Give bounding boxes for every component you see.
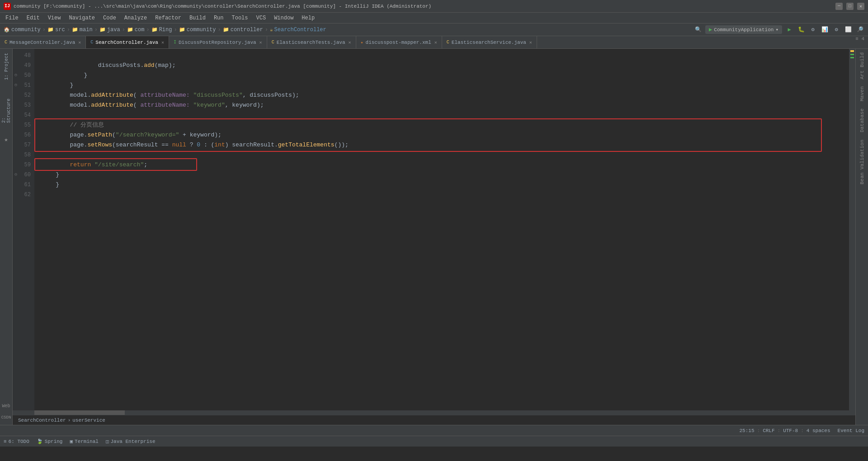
search-button[interactable]: 🔍 <box>693 25 703 34</box>
run-button[interactable]: ▶ <box>785 25 794 34</box>
search-everywhere-button[interactable]: 🔎 <box>855 25 864 34</box>
h-scrollbar[interactable] <box>13 410 855 415</box>
tab-discusspostrepository[interactable]: I DiscussPostRepository.java ✕ <box>169 36 267 48</box>
gutter-fold-51[interactable]: ⊖ <box>14 80 17 90</box>
tab-close-searchcontroller[interactable]: ✕ <box>161 40 164 45</box>
menu-tools[interactable]: Tools <box>228 14 252 22</box>
nav-bar: 🏠 community › 📁 src › 📁 main › 📁 java › … <box>0 24 868 36</box>
toolbar-terminal[interactable]: ▣ Terminal <box>70 438 98 444</box>
line-num-57: 57 <box>13 140 31 150</box>
nav-item-community2[interactable]: 📁 community <box>179 27 216 33</box>
sidebar-item-structure[interactable]: 2: Structure <box>1 92 11 124</box>
profile-button[interactable]: 📊 <box>820 25 829 34</box>
status-crlf[interactable]: CRLF <box>763 428 774 433</box>
coverage-button[interactable]: ⚙ <box>808 25 817 34</box>
breadcrumb-class[interactable]: SearchController <box>18 418 66 423</box>
status-sep3: : <box>801 428 804 433</box>
main-area: 1: Project 2: Structure ★ Web CSDN 48 49… <box>0 49 868 425</box>
nav-item-src[interactable]: 📁 src <box>47 27 65 33</box>
maximize-editor-button[interactable]: ⬜ <box>844 25 853 34</box>
tab-close-discusspostmapper[interactable]: ✕ <box>434 40 437 45</box>
menu-file[interactable]: File <box>2 14 22 22</box>
tab-icon-searchcontroller: C <box>90 40 93 45</box>
sidebar-item-web[interactable]: Web <box>1 400 12 411</box>
tab-elasticsearchservice[interactable]: C ElasticsearchService.java ✕ <box>442 36 537 48</box>
nav-item-java[interactable]: 📁 java <box>99 27 120 33</box>
javaenterprise-label: Java Enterprise <box>111 439 156 444</box>
tab-elasticsearchtests[interactable]: C ElasticsearchTests.java ✕ <box>267 36 356 48</box>
menu-code[interactable]: Code <box>99 14 120 22</box>
run-config-dropdown-icon: ▾ <box>775 27 778 33</box>
maximize-button[interactable]: □ <box>846 3 854 10</box>
nav-item-searchcontroller[interactable]: ☕ SearchController <box>270 27 326 33</box>
nav-item-com[interactable]: 📁 com <box>127 27 145 33</box>
sidebar-item-favorites[interactable]: ★ <box>1 134 12 145</box>
settings-button[interactable]: ⚙ <box>832 25 841 34</box>
breadcrumb-method[interactable]: userService <box>72 418 105 423</box>
tab-close-messagecontroller[interactable]: ✕ <box>78 40 81 45</box>
tab-close-elasticsearchtests[interactable]: ✕ <box>348 40 351 45</box>
nav-item-ring[interactable]: 📁 Ring <box>151 27 172 33</box>
right-panel-artbuild[interactable]: Art Build <box>859 51 865 81</box>
nav-item-community[interactable]: 🏠 community <box>4 27 41 33</box>
right-panel-maven[interactable]: Maven <box>859 85 865 103</box>
tab-icon-messagecontroller: C <box>5 40 7 45</box>
event-log-button[interactable]: Event Log <box>838 428 864 433</box>
gutter-fold-50[interactable]: ⊖ <box>14 71 17 80</box>
tab-overflow-counter[interactable]: ≡ 4 <box>852 36 868 48</box>
menu-window[interactable]: Window <box>270 14 297 22</box>
folder-icon-src: 📁 <box>47 27 54 33</box>
menu-view[interactable]: View <box>44 14 65 22</box>
nav-sep-7: › <box>218 27 221 33</box>
nav-label-controller: controller <box>231 27 263 33</box>
tab-messagecontroller[interactable]: C MessageController.java ✕ <box>0 36 86 48</box>
tab-close-discusspostrepository[interactable]: ✕ <box>259 40 262 45</box>
close-button[interactable]: ✕ <box>857 3 864 10</box>
menu-navigate[interactable]: Navigate <box>65 14 99 22</box>
left-sidebar: 1: Project 2: Structure ★ Web CSDN <box>0 49 13 425</box>
nav-item-main[interactable]: 📁 main <box>72 27 93 33</box>
run-config-selector[interactable]: ▶ CommunityApplication ▾ <box>705 25 782 34</box>
status-encoding[interactable]: UTF-8 <box>783 428 798 433</box>
sidebar-item-csdn[interactable]: CSDN <box>1 412 12 423</box>
gutter-fold-60[interactable]: ⊖ <box>14 170 17 180</box>
menu-vcs[interactable]: VCS <box>253 14 270 22</box>
editor-breadcrumb: SearchController › userService <box>13 415 855 425</box>
menu-help[interactable]: Help <box>298 14 318 22</box>
debug-button[interactable]: 🐛 <box>797 25 806 34</box>
tab-discusspostmapper[interactable]: ✦ discusspost-mapper.xml ✕ <box>356 36 442 48</box>
menu-analyze[interactable]: Analyze <box>121 14 151 22</box>
status-indent[interactable]: 4 spaces <box>807 428 830 433</box>
right-panel-beanvalidation[interactable]: Bean Validation <box>859 138 865 186</box>
code-line-50: } <box>42 71 849 80</box>
toolbar-todo[interactable]: ≡ 6: TODO <box>4 439 29 444</box>
right-gutter[interactable] <box>849 49 855 410</box>
nav-right-actions: 🔍 ▶ CommunityApplication ▾ ▶ 🐛 ⚙ 📊 ⚙ ⬜ 🔎 <box>693 25 864 34</box>
status-line-col: 25:15 <box>740 428 755 433</box>
tab-searchcontroller[interactable]: C SearchController.java ✕ <box>86 36 169 48</box>
toolbar-javaenterprise[interactable]: ◫ Java Enterprise <box>106 438 156 444</box>
right-panel-database[interactable]: Database <box>859 107 865 134</box>
sidebar-item-project[interactable]: 1: Project <box>1 51 11 82</box>
tab-icon-discusspostrepository: I <box>174 40 176 45</box>
code-content[interactable]: discussPosts.add(map); } } model.addAttr… <box>34 49 849 410</box>
status-sep2: : <box>778 428 781 433</box>
todo-icon: ≡ <box>4 439 7 444</box>
menu-build[interactable]: Build <box>186 14 209 22</box>
nav-sep-5: › <box>146 27 149 33</box>
nav-item-controller[interactable]: 📁 controller <box>223 27 263 33</box>
code-line-60: } <box>42 170 849 180</box>
menu-run[interactable]: Run <box>210 14 227 22</box>
menu-refactor[interactable]: Refactor <box>151 14 185 22</box>
line-num-48: 48 <box>13 51 31 61</box>
code-area[interactable]: 48 49 ⊖ 50 ⊖ 51 52 53 54 55 56 57 58 59 <box>13 49 855 410</box>
breadcrumb-sep: › <box>68 418 71 423</box>
tab-icon-elasticsearchservice: C <box>447 40 449 45</box>
minimize-button[interactable]: ─ <box>835 3 843 10</box>
toolbar-spring[interactable]: 🍃 Spring <box>37 438 63 444</box>
tab-close-elasticsearchservice[interactable]: ✕ <box>529 40 532 45</box>
code-editor[interactable]: 48 49 ⊖ 50 ⊖ 51 52 53 54 55 56 57 58 59 <box>13 49 855 425</box>
h-scrollbar-thumb[interactable] <box>34 410 125 415</box>
folder-icon-main: 📁 <box>72 27 78 33</box>
menu-edit[interactable]: Edit <box>23 14 43 22</box>
